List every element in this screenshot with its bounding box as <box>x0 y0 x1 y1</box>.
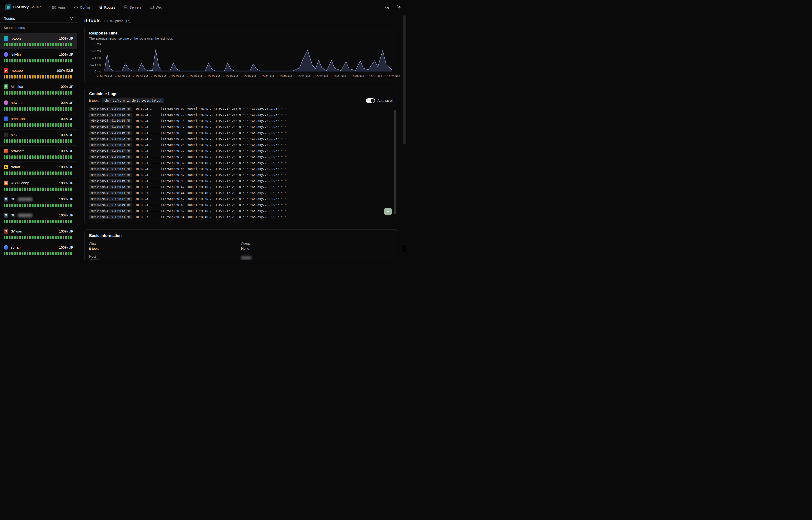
sidebar-route-plex[interactable]: ›plex100% UP <box>0 130 77 146</box>
uptime-bar <box>55 139 57 143</box>
route-status: 100% UP <box>59 53 73 56</box>
auto-scroll-toggle[interactable] <box>366 98 375 103</box>
route-name: prowlarr <box>11 149 24 153</box>
log-message: 10.89.3.1 — — [13/Sep/20:42 +0000] "HEAD… <box>135 185 286 189</box>
sidebar-route-new-api[interactable]: new-api100% UP <box>0 97 77 113</box>
uptime-bar <box>45 59 46 62</box>
x-axis-tick: 4:15:04 PM <box>133 75 148 78</box>
log-message: 10.89.3.1 — — [13/Sep/20:44 +0000] "HEAD… <box>135 191 286 195</box>
uptime-bar <box>11 236 13 239</box>
sidebar-route-metube[interactable]: ▶metube100% IDLE <box>0 65 77 81</box>
response-time-chart: 3 ms2.25 ms1.5 ms0.75 ms0 ms 4:14:53 PM4… <box>89 43 393 78</box>
y-axis-tick: 2.25 ms <box>90 49 101 53</box>
uptime-bar <box>9 220 10 223</box>
log-row: 09/14/2025, 01:24:37 AM10.89.3.1 — — [13… <box>89 172 387 178</box>
search-routes-input[interactable] <box>0 23 77 33</box>
uptime-summary: 100% uptime (1h) <box>104 19 130 23</box>
uptime-bar <box>70 123 72 127</box>
info-value: None <box>241 247 393 251</box>
x-axis-tick: 4:15:36 PM <box>241 75 256 78</box>
uptime-bar <box>65 43 67 46</box>
x-axis-tick: 4:16:04 PM <box>331 75 346 78</box>
x-axis-tick: 4:15:20 PM <box>187 75 202 78</box>
uptime-bar <box>34 220 36 223</box>
uptime-bar <box>37 59 39 62</box>
uptime-bar <box>39 75 41 79</box>
redacted-route-name <box>18 198 32 201</box>
scroll-to-bottom-button[interactable] <box>384 208 392 215</box>
uptime-bar <box>55 220 57 223</box>
nav-item-config[interactable]: Config <box>74 5 90 9</box>
uptime-bar <box>37 236 39 239</box>
uptime-bar <box>27 75 28 79</box>
uptime-bar <box>47 59 49 62</box>
logs-scrollbar-thumb[interactable] <box>394 110 396 214</box>
uptime-bar <box>32 139 33 143</box>
sidebar-route-it-tools[interactable]: it-tools100% UP <box>0 33 77 49</box>
uptime-bar <box>4 107 5 111</box>
sidebar-route-omni-tools[interactable]: +omni-tools100% UP <box>0 113 77 130</box>
uptime-bar <box>55 91 57 95</box>
sidebar-route-sonarr[interactable]: sonarr100% UP <box>0 242 77 258</box>
uptime-bar <box>29 139 31 143</box>
uptime-bar <box>11 59 13 62</box>
nav-item-servers[interactable]: Servers <box>123 5 142 9</box>
basic-information-card: Basic Information Aliasit-toolsAgentNone… <box>84 230 398 260</box>
log-timestamp-badge: 09/14/2025, 01:24:22 AM <box>89 137 132 141</box>
filter-icon[interactable] <box>69 17 73 20</box>
wiki-book-icon <box>150 5 154 9</box>
uptime-bar <box>4 155 5 159</box>
route-status: 100% UP <box>59 245 73 249</box>
y-axis-tick: 0 ms <box>94 70 101 73</box>
sidebar-route-jellyfin[interactable]: jellyfin100% UP <box>0 49 77 65</box>
sidebar-route-se[interactable]: SSE100% UP <box>0 210 77 226</box>
info-field-agent: AgentNone <box>241 241 393 251</box>
page-scrollbar-thumb[interactable] <box>403 15 405 145</box>
sidebar-route-siyuan[interactable]: SSiYuan100% UP <box>0 226 77 242</box>
uptime-bar <box>14 123 16 127</box>
uptime-bar <box>42 43 44 46</box>
info-field-alias: Aliasit-tools <box>89 241 241 251</box>
sidebar-route-se[interactable]: SSE100% UP <box>0 194 77 210</box>
uptime-bar <box>19 75 21 79</box>
uptime-bar <box>4 172 5 175</box>
uptime-bar <box>39 155 41 159</box>
uptime-bar <box>9 107 10 111</box>
nav-item-wiki[interactable]: Wiki <box>150 5 162 9</box>
uptime-bar <box>42 172 44 175</box>
sidebar-route-rss-bridge[interactable]: RRSS-Bridge100% UP <box>0 178 77 194</box>
brand[interactable]: GoDoxy v0.18.0 <box>5 4 41 10</box>
uptime-bar <box>22 236 23 239</box>
uptime-bar <box>27 91 28 95</box>
theme-toggle-icon[interactable] <box>385 5 390 9</box>
miniflux-app-icon: M <box>4 84 8 89</box>
route-name: SE <box>11 213 16 217</box>
nav-item-apps[interactable]: Apps <box>52 5 66 9</box>
uptime-bar <box>4 75 5 79</box>
uptime-bar <box>52 59 54 62</box>
route-name: Miniflux <box>11 84 23 89</box>
log-timestamp-badge: 09/14/2025, 01:24:42 AM <box>89 185 132 189</box>
rss-bridge-app-icon: R <box>4 181 8 185</box>
uptime-bar <box>65 139 67 143</box>
uptime-bar <box>22 252 23 255</box>
uptime-bar <box>24 123 26 127</box>
nav-item-label: Servers <box>130 5 142 9</box>
sidebar-route-radarr[interactable]: ▶radarr100% UP <box>0 162 77 178</box>
uptime-bar <box>34 123 36 127</box>
logout-icon[interactable] <box>396 5 401 9</box>
routes-list: it-tools100% UPjellyfin100% UP▶metube100… <box>0 33 77 260</box>
nav-item-routes[interactable]: Routes <box>99 5 115 9</box>
x-axis-tick: 4:15:15 PM <box>169 75 184 78</box>
uptime-bars <box>4 172 73 175</box>
route-name: omni-tools <box>11 117 27 121</box>
uptime-bar <box>29 252 31 255</box>
uptime-bar <box>65 59 67 62</box>
uptime-bar <box>17 59 18 62</box>
uptime-bar <box>65 220 67 223</box>
sidebar-route-prowlarr[interactable]: prowlarr100% UP <box>0 146 77 162</box>
sidebar-route-miniflux[interactable]: MMiniflux100% UP <box>0 81 77 97</box>
uptime-bar <box>37 43 39 46</box>
uptime-bar <box>14 91 16 95</box>
uptime-bar <box>65 155 67 159</box>
